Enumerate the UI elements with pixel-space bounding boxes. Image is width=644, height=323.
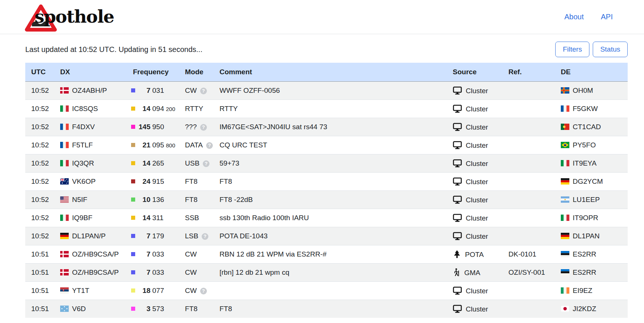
column-header-comment: Comment	[217, 63, 450, 82]
cell-frequency: 7033	[130, 245, 182, 264]
mode-label: FT8	[185, 177, 198, 185]
mode-help-icon[interactable]: ?	[202, 233, 208, 240]
de-callsign[interactable]: DG2YCM	[573, 177, 603, 185]
dx-callsign[interactable]: N5IF	[72, 196, 87, 203]
cell-de: JI2KDZ	[558, 300, 628, 318]
italy-flag-icon	[561, 215, 569, 221]
italy-flag-icon	[60, 215, 69, 221]
cell-source: Cluster	[450, 118, 505, 136]
serbia-flag-icon	[60, 287, 69, 294]
dx-callsign[interactable]: DL1PAN/P	[72, 232, 105, 240]
source-label: Cluster	[466, 214, 488, 222]
brazil-flag-icon	[561, 142, 569, 148]
de-callsign[interactable]: JI2KDZ	[573, 305, 596, 313]
band-color-square	[131, 234, 135, 238]
de-callsign[interactable]: DL1PAN	[573, 232, 600, 240]
freq-khz: 915	[152, 177, 164, 185]
cell-mode: DATA?	[182, 136, 217, 154]
column-header-dx: DX	[57, 63, 130, 82]
cell-mode: SSB	[182, 209, 217, 227]
cell-de: LU1EEP	[558, 191, 628, 209]
cell-comment: POTA DE-1043	[217, 227, 450, 245]
spot-row: 10:52F5TLF21095800DATA?CQ URC TESTCluste…	[25, 136, 628, 154]
de-callsign[interactable]: EI9EZ	[573, 287, 592, 294]
last-updated-text: Last updated at 10:52 UTC. Updating in 5…	[25, 45, 202, 54]
cell-frequency: 14265	[130, 154, 182, 173]
dx-callsign[interactable]: OZ4ABH/P	[72, 87, 107, 94]
monitor-icon	[453, 213, 462, 222]
freq-khz: 179	[152, 232, 164, 240]
cell-comment: FT8	[217, 173, 450, 191]
cell-mode: RTTY	[182, 100, 217, 118]
mode-help-icon[interactable]: ?	[206, 142, 213, 149]
band-color-square	[131, 288, 135, 293]
monitor-icon	[453, 123, 462, 131]
main-content: Last updated at 10:52 UTC. Updating in 5…	[0, 34, 644, 318]
mode-help-icon[interactable]: ?	[203, 160, 209, 167]
cell-comment: ssb 130th Radio 100th IARU	[217, 209, 450, 227]
band-color-square	[131, 107, 135, 111]
mode-help-icon[interactable]: ?	[200, 88, 207, 94]
cell-mode: CW	[182, 264, 217, 282]
cell-comment: WWFF OZFF-0056	[217, 82, 450, 100]
italy-flag-icon	[60, 105, 69, 112]
nav-link-api[interactable]: API	[601, 13, 613, 21]
mode-label: LSB	[185, 232, 198, 240]
cell-source: Cluster	[450, 191, 505, 209]
cell-mode: LSB?	[182, 227, 217, 245]
italy-flag-icon	[60, 160, 69, 166]
dx-callsign[interactable]: IC8SQS	[72, 105, 98, 112]
cell-utc: 10:52	[25, 100, 57, 118]
dx-callsign[interactable]: F4DXV	[72, 123, 95, 131]
cell-mode: FT8	[182, 191, 217, 209]
nav-link-about[interactable]: About	[564, 13, 583, 21]
dx-callsign[interactable]: IQ9BF	[72, 214, 92, 222]
dx-callsign[interactable]: OZ/HB9CSA/P	[72, 268, 119, 276]
de-callsign[interactable]: F5GKW	[573, 105, 598, 112]
freq-khz: 077	[152, 287, 164, 294]
dx-callsign[interactable]: V6D	[72, 305, 86, 313]
cell-dx: F4DXV	[57, 118, 130, 136]
cell-dx: VK6OP	[57, 173, 130, 191]
dx-callsign[interactable]: YT1T	[72, 287, 89, 294]
mode-help-icon[interactable]: ?	[200, 288, 207, 294]
mode-label: FT8	[185, 196, 198, 203]
freq-mhz: 7	[135, 232, 150, 240]
spot-row: 10:51V6D3573FT8FT8ClusterJI2KDZ	[25, 300, 628, 318]
de-callsign[interactable]: IT9EYA	[573, 159, 596, 167]
mode-label: SSB	[185, 214, 199, 222]
de-callsign[interactable]: ES2RR	[573, 268, 596, 276]
de-callsign[interactable]: OH0M	[573, 87, 593, 94]
filters-button[interactable]: Filters	[555, 42, 589, 57]
spot-row: 10:52IQ3QR14265USB?59+73ClusterIT9EYA	[25, 154, 628, 173]
freq-khz: 950	[152, 123, 164, 131]
column-header-de: DE	[558, 63, 628, 82]
mode-help-icon[interactable]: ?	[200, 124, 207, 131]
freq-mhz: 21	[135, 141, 150, 149]
dx-callsign[interactable]: VK6OP	[72, 177, 95, 185]
monitor-icon	[453, 104, 462, 113]
cell-mode: CW	[182, 245, 217, 264]
spots-table-head: UTCDXFrequencyModeCommentSourceRef.DE	[25, 63, 628, 82]
dx-callsign[interactable]: IQ3QR	[72, 159, 94, 167]
cell-de: DG2YCM	[558, 173, 628, 191]
de-callsign[interactable]: CT1CAD	[573, 123, 601, 131]
band-color-square	[131, 125, 135, 129]
cell-frequency: 3573	[130, 300, 182, 318]
germany-flag-icon	[561, 233, 569, 239]
cell-utc: 10:52	[25, 191, 57, 209]
australia-flag-icon	[60, 178, 69, 185]
freq-mhz: 14	[135, 159, 150, 167]
de-callsign[interactable]: PY5FO	[573, 141, 596, 149]
status-button[interactable]: Status	[593, 42, 628, 57]
dx-callsign[interactable]: F5TLF	[72, 141, 93, 149]
cell-ref	[505, 282, 558, 300]
monitor-icon	[453, 232, 462, 240]
cell-dx: F5TLF	[57, 136, 130, 154]
cell-de: IT9OPR	[558, 209, 628, 227]
de-callsign[interactable]: ES2RR	[573, 250, 596, 258]
mode-label: CW	[185, 87, 197, 94]
dx-callsign[interactable]: OZ/HB9CSA/P	[72, 250, 119, 258]
de-callsign[interactable]: LU1EEP	[573, 196, 600, 203]
de-callsign[interactable]: IT9OPR	[573, 214, 598, 222]
